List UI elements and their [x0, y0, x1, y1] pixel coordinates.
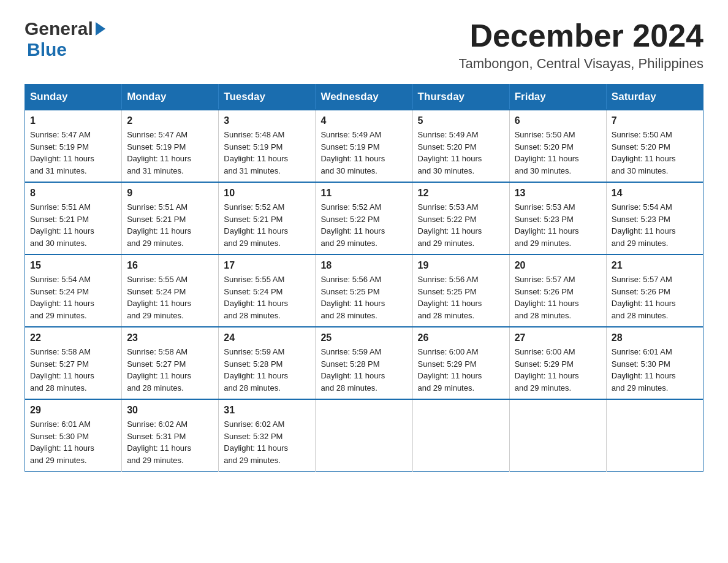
day-info: Sunrise: 5:48 AM Sunset: 5:19 PM Dayligh…	[224, 129, 310, 177]
day-info: Sunrise: 5:47 AM Sunset: 5:19 PM Dayligh…	[30, 129, 116, 177]
calendar-cell: 17 Sunrise: 5:55 AM Sunset: 5:24 PM Dayl…	[219, 255, 316, 327]
day-info: Sunrise: 5:56 AM Sunset: 5:25 PM Dayligh…	[320, 274, 407, 321]
day-number: 13	[515, 188, 601, 199]
calendar-cell: 8 Sunrise: 5:51 AM Sunset: 5:21 PM Dayli…	[25, 182, 122, 255]
day-number: 25	[320, 332, 407, 343]
day-info: Sunrise: 6:01 AM Sunset: 5:30 PM Dayligh…	[30, 418, 116, 466]
weekday-header-friday: Friday	[509, 85, 606, 110]
day-info: Sunrise: 5:51 AM Sunset: 5:21 PM Dayligh…	[30, 201, 116, 249]
day-number: 18	[320, 260, 407, 271]
day-info: Sunrise: 6:00 AM Sunset: 5:29 PM Dayligh…	[418, 346, 504, 394]
calendar-cell: 12 Sunrise: 5:53 AM Sunset: 5:22 PM Dayl…	[412, 182, 509, 255]
calendar-cell: 19 Sunrise: 5:56 AM Sunset: 5:25 PM Dayl…	[412, 255, 509, 327]
day-info: Sunrise: 5:53 AM Sunset: 5:22 PM Dayligh…	[418, 201, 504, 249]
calendar-cell: 1 Sunrise: 5:47 AM Sunset: 5:19 PM Dayli…	[25, 110, 122, 182]
calendar-cell: 5 Sunrise: 5:49 AM Sunset: 5:20 PM Dayli…	[412, 110, 509, 182]
calendar-week-row: 22 Sunrise: 5:58 AM Sunset: 5:27 PM Dayl…	[25, 327, 703, 399]
page-header: General Blue December 2024 Tambongon, Ce…	[25, 18, 703, 72]
calendar-cell: 14 Sunrise: 5:54 AM Sunset: 5:23 PM Dayl…	[606, 182, 703, 255]
calendar-cell: 21 Sunrise: 5:57 AM Sunset: 5:26 PM Dayl…	[606, 255, 703, 327]
day-info: Sunrise: 5:59 AM Sunset: 5:28 PM Dayligh…	[320, 346, 407, 394]
calendar-cell: 27 Sunrise: 6:00 AM Sunset: 5:29 PM Dayl…	[509, 327, 606, 399]
calendar-cell: 9 Sunrise: 5:51 AM Sunset: 5:21 PM Dayli…	[122, 182, 219, 255]
day-number: 3	[224, 115, 310, 126]
calendar-cell: 23 Sunrise: 5:58 AM Sunset: 5:27 PM Dayl…	[122, 327, 219, 399]
calendar-cell: 26 Sunrise: 6:00 AM Sunset: 5:29 PM Dayl…	[412, 327, 509, 399]
day-info: Sunrise: 5:59 AM Sunset: 5:28 PM Dayligh…	[224, 346, 310, 394]
day-info: Sunrise: 5:50 AM Sunset: 5:20 PM Dayligh…	[612, 129, 698, 177]
calendar-table: SundayMondayTuesdayWednesdayThursdayFrid…	[25, 84, 703, 472]
day-info: Sunrise: 5:57 AM Sunset: 5:26 PM Dayligh…	[612, 274, 698, 321]
calendar-cell: 24 Sunrise: 5:59 AM Sunset: 5:28 PM Dayl…	[219, 327, 316, 399]
day-info: Sunrise: 6:02 AM Sunset: 5:32 PM Dayligh…	[224, 418, 310, 466]
calendar-cell: 20 Sunrise: 5:57 AM Sunset: 5:26 PM Dayl…	[509, 255, 606, 327]
day-number: 21	[612, 260, 698, 271]
day-info: Sunrise: 6:02 AM Sunset: 5:31 PM Dayligh…	[127, 418, 213, 466]
logo-triangle-icon	[96, 22, 105, 36]
calendar-cell: 28 Sunrise: 6:01 AM Sunset: 5:30 PM Dayl…	[606, 327, 703, 399]
calendar-cell: 13 Sunrise: 5:53 AM Sunset: 5:23 PM Dayl…	[509, 182, 606, 255]
day-info: Sunrise: 5:58 AM Sunset: 5:27 PM Dayligh…	[30, 346, 116, 394]
day-number: 10	[224, 188, 310, 199]
calendar-cell	[412, 399, 509, 472]
day-info: Sunrise: 5:53 AM Sunset: 5:23 PM Dayligh…	[515, 201, 601, 249]
day-number: 27	[515, 332, 601, 343]
day-number: 26	[418, 332, 504, 343]
calendar-cell: 16 Sunrise: 5:55 AM Sunset: 5:24 PM Dayl…	[122, 255, 219, 327]
day-info: Sunrise: 5:50 AM Sunset: 5:20 PM Dayligh…	[515, 129, 601, 177]
weekday-header-tuesday: Tuesday	[219, 85, 316, 110]
day-info: Sunrise: 5:57 AM Sunset: 5:26 PM Dayligh…	[515, 274, 601, 321]
calendar-cell: 7 Sunrise: 5:50 AM Sunset: 5:20 PM Dayli…	[606, 110, 703, 182]
day-number: 16	[127, 260, 213, 271]
day-number: 1	[30, 115, 116, 126]
day-number: 24	[224, 332, 310, 343]
calendar-cell: 31 Sunrise: 6:02 AM Sunset: 5:32 PM Dayl…	[219, 399, 316, 472]
calendar-cell: 6 Sunrise: 5:50 AM Sunset: 5:20 PM Dayli…	[509, 110, 606, 182]
logo-blue-text: Blue	[27, 39, 67, 59]
calendar-cell: 30 Sunrise: 6:02 AM Sunset: 5:31 PM Dayl…	[122, 399, 219, 472]
day-number: 2	[127, 115, 213, 126]
calendar-cell: 11 Sunrise: 5:52 AM Sunset: 5:22 PM Dayl…	[316, 182, 412, 255]
calendar-cell: 18 Sunrise: 5:56 AM Sunset: 5:25 PM Dayl…	[316, 255, 412, 327]
day-number: 22	[30, 332, 116, 343]
day-info: Sunrise: 5:52 AM Sunset: 5:21 PM Dayligh…	[224, 201, 310, 249]
day-number: 14	[612, 188, 698, 199]
calendar-cell	[606, 399, 703, 472]
day-number: 4	[320, 115, 407, 126]
calendar-cell: 22 Sunrise: 5:58 AM Sunset: 5:27 PM Dayl…	[25, 327, 122, 399]
day-number: 8	[30, 188, 116, 199]
day-info: Sunrise: 5:49 AM Sunset: 5:19 PM Dayligh…	[320, 129, 407, 177]
location-subtitle: Tambongon, Central Visayas, Philippines	[459, 56, 704, 72]
day-number: 31	[224, 405, 310, 416]
calendar-cell: 15 Sunrise: 5:54 AM Sunset: 5:24 PM Dayl…	[25, 255, 122, 327]
calendar-cell: 25 Sunrise: 5:59 AM Sunset: 5:28 PM Dayl…	[316, 327, 412, 399]
weekday-header-wednesday: Wednesday	[316, 85, 412, 110]
day-number: 29	[30, 405, 116, 416]
weekday-header-thursday: Thursday	[412, 85, 509, 110]
day-info: Sunrise: 5:49 AM Sunset: 5:20 PM Dayligh…	[418, 129, 504, 177]
logo-general-text: General	[25, 18, 93, 39]
day-number: 23	[127, 332, 213, 343]
day-number: 6	[515, 115, 601, 126]
day-info: Sunrise: 5:54 AM Sunset: 5:24 PM Dayligh…	[30, 274, 116, 321]
weekday-header-monday: Monday	[122, 85, 219, 110]
calendar-week-row: 15 Sunrise: 5:54 AM Sunset: 5:24 PM Dayl…	[25, 255, 703, 327]
day-number: 11	[320, 188, 407, 199]
day-number: 5	[418, 115, 504, 126]
calendar-cell: 3 Sunrise: 5:48 AM Sunset: 5:19 PM Dayli…	[219, 110, 316, 182]
day-info: Sunrise: 5:54 AM Sunset: 5:23 PM Dayligh…	[612, 201, 698, 249]
calendar-cell: 2 Sunrise: 5:47 AM Sunset: 5:19 PM Dayli…	[122, 110, 219, 182]
calendar-week-row: 8 Sunrise: 5:51 AM Sunset: 5:21 PM Dayli…	[25, 182, 703, 255]
day-info: Sunrise: 5:51 AM Sunset: 5:21 PM Dayligh…	[127, 201, 213, 249]
logo: General Blue	[25, 18, 105, 60]
calendar-week-row: 1 Sunrise: 5:47 AM Sunset: 5:19 PM Dayli…	[25, 110, 703, 182]
weekday-header-saturday: Saturday	[606, 85, 703, 110]
day-number: 15	[30, 260, 116, 271]
day-info: Sunrise: 6:01 AM Sunset: 5:30 PM Dayligh…	[612, 346, 698, 394]
day-info: Sunrise: 5:47 AM Sunset: 5:19 PM Dayligh…	[127, 129, 213, 177]
day-number: 28	[612, 332, 698, 343]
day-info: Sunrise: 5:58 AM Sunset: 5:27 PM Dayligh…	[127, 346, 213, 394]
day-info: Sunrise: 6:00 AM Sunset: 5:29 PM Dayligh…	[515, 346, 601, 394]
day-number: 19	[418, 260, 504, 271]
day-number: 7	[612, 115, 698, 126]
